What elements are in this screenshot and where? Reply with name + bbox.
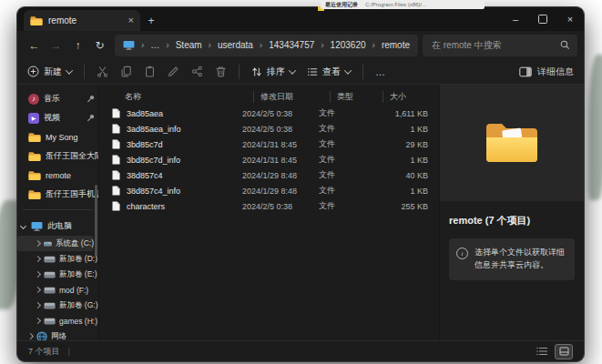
up-button[interactable]: ↑ — [67, 35, 88, 56]
forward-button[interactable]: → — [46, 35, 66, 56]
file-row[interactable]: 38d857c4 2024/1/29 8:48 文件 40 KB — [99, 167, 439, 183]
sidebar-label: 此电脑 — [47, 220, 72, 232]
sidebar-item-videos[interactable]: ▶ 视频 — [17, 108, 98, 127]
paste-icon — [144, 66, 156, 77]
file-icon — [112, 186, 120, 196]
maximize-button[interactable] — [529, 7, 556, 31]
thumbnail-view-toggle[interactable] — [555, 344, 573, 359]
chevron-collapsed-icon — [35, 287, 41, 293]
details-pane-toggle[interactable]: 详细信息 — [519, 66, 574, 78]
folder-icon — [28, 189, 41, 200]
file-row[interactable]: 3bd85c7d 2024/1/31 8:45 文件 29 KB — [99, 136, 439, 152]
sidebar-label: 新加卷 (G:) — [59, 300, 98, 311]
sidebar-item-folder-2[interactable]: 蛋仔王国手机版 — [17, 185, 98, 204]
file-name: 3ad85aea — [127, 109, 163, 118]
drive-icon — [44, 270, 56, 279]
sidebar-item-drive-c[interactable]: 系统盘 (C:) — [17, 236, 94, 251]
file-row[interactable]: characters 2024/2/5 0:38 文件 255 KB — [99, 198, 439, 214]
details-pane: remote (7 个项目) i 选择单个文件以获取详细信息并共享云内容。 — [439, 85, 584, 340]
breadcrumb-ellipsis[interactable]: … — [150, 40, 159, 50]
breadcrumb-segment-steam[interactable]: Steam — [176, 40, 202, 50]
minimize-button[interactable]: – — [502, 7, 529, 31]
breadcrumb[interactable]: › … › Steam › userdata › 143434757 › 120… — [115, 35, 418, 56]
sort-button[interactable]: 排序 — [251, 66, 295, 78]
sidebar-item-drive-d[interactable]: 新加卷 (D:) — [17, 251, 98, 267]
sidebar-item-drive-g[interactable]: 新加卷 (G:) — [17, 298, 98, 313]
search-input[interactable] — [430, 39, 555, 51]
file-size: 29 KB — [372, 140, 439, 149]
delete-button[interactable] — [215, 66, 227, 77]
folder-icon — [28, 132, 41, 143]
navigation-sidebar: ♪ 音乐 ▶ 视频 My Song 蛋仔王国全大陆 remote — [17, 85, 99, 340]
sidebar-label: games (H:) — [59, 317, 97, 326]
breadcrumb-segment-userid[interactable]: 143434757 — [269, 40, 314, 50]
rename-icon — [168, 66, 179, 77]
tab-close-icon[interactable]: × — [128, 15, 134, 25]
file-type: 文件 — [319, 185, 372, 197]
this-pc-icon — [31, 221, 43, 231]
sidebar-item-music[interactable]: ♪ 音乐 — [17, 89, 98, 108]
file-type: 文件 — [319, 200, 372, 212]
refresh-button[interactable]: ↻ — [89, 35, 110, 56]
file-row[interactable]: 38d857c4_info 2024/1/29 8:48 文件 1 KB — [99, 183, 439, 198]
details-body: remote (7 个项目) i 选择单个文件以获取详细信息并共享云内容。 — [440, 201, 584, 340]
close-button[interactable]: × — [556, 7, 584, 31]
new-button[interactable]: 新建 — [27, 66, 72, 78]
sidebar-item-this-pc[interactable]: 此电脑 — [17, 217, 98, 236]
file-date: 2024/1/29 8:48 — [242, 171, 319, 180]
new-tab-button[interactable]: + — [140, 10, 162, 31]
paste-button[interactable] — [144, 66, 156, 77]
file-row[interactable]: 3ad85aea 2024/2/5 0:38 文件 1,611 KB — [99, 106, 439, 121]
file-date: 2024/2/5 0:38 — [242, 202, 319, 211]
status-divider: | — [68, 347, 70, 356]
tab-remote[interactable]: remote × — [24, 10, 140, 31]
more-options-button[interactable]: … — [375, 66, 386, 77]
breadcrumb-segment-userdata[interactable]: userdata — [218, 40, 253, 50]
sidebar-item-network[interactable]: 网络 — [17, 329, 98, 340]
rename-button[interactable] — [168, 66, 179, 77]
sidebar-label: mod (F:) — [59, 286, 88, 295]
chevron-down-icon — [344, 66, 352, 74]
sidebar-scrollbar[interactable] — [95, 185, 97, 256]
folder-icon — [30, 15, 43, 26]
pin-icon — [87, 95, 95, 103]
sidebar-label: My Song — [46, 133, 78, 142]
sort-icon — [251, 66, 262, 77]
file-type: 文件 — [319, 138, 372, 150]
background-window-path: C:/Program Files (x86)/... — [365, 2, 426, 7]
sidebar-item-drive-e[interactable]: 新加卷 (E:) — [17, 267, 98, 282]
breadcrumb-segment-appid[interactable]: 1203620 — [331, 40, 366, 50]
file-type: 文件 — [319, 169, 372, 181]
details-view-toggle[interactable] — [534, 345, 550, 359]
file-row[interactable]: 3ad85aea_info 2024/2/5 0:38 文件 1 KB — [99, 121, 439, 136]
sidebar-label: 蛋仔王国手机版 — [46, 188, 98, 200]
sidebar-item-remote[interactable]: remote — [17, 166, 98, 185]
chevron-collapsed-icon — [35, 302, 41, 308]
copy-button[interactable] — [120, 66, 132, 77]
file-icon — [112, 139, 120, 149]
sidebar-divider — [23, 209, 93, 210]
file-row[interactable]: 3bd85c7d_info 2024/1/31 8:45 文件 1 KB — [99, 152, 439, 167]
sidebar-item-drive-f[interactable]: mod (F:) — [17, 282, 98, 298]
share-button[interactable] — [191, 66, 203, 77]
file-type: 文件 — [319, 123, 372, 135]
sidebar-item-my-song[interactable]: My Song — [17, 127, 98, 147]
column-header-date[interactable]: 修改日期 — [253, 91, 330, 103]
view-button[interactable]: 查看 — [307, 66, 351, 78]
breadcrumb-segment-remote[interactable]: remote — [382, 40, 410, 50]
column-header-size[interactable]: 大小 — [383, 91, 439, 103]
drive-icon — [44, 317, 56, 326]
file-size: 1 KB — [372, 125, 439, 134]
column-header-name[interactable]: 名称 — [99, 91, 253, 103]
file-date: 2024/2/5 0:38 — [242, 109, 319, 118]
sidebar-item-folder-1[interactable]: 蛋仔王国全大陆 — [17, 147, 98, 166]
preview-area — [440, 85, 584, 201]
back-button[interactable]: ← — [24, 35, 45, 56]
file-icon — [112, 170, 120, 180]
sidebar-item-drive-h[interactable]: games (H:) — [17, 313, 98, 329]
column-header-type[interactable]: 类型 — [330, 91, 383, 103]
breadcrumb-separator: › — [321, 40, 323, 50]
search-box[interactable] — [423, 35, 577, 56]
cut-button[interactable] — [97, 66, 108, 77]
chevron-expanded-icon — [21, 224, 26, 228]
